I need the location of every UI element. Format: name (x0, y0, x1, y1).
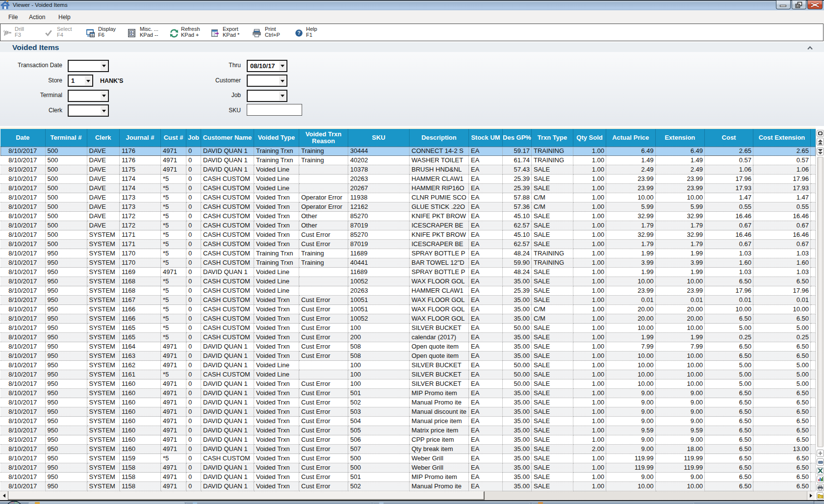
svg-text:?: ? (297, 30, 300, 36)
